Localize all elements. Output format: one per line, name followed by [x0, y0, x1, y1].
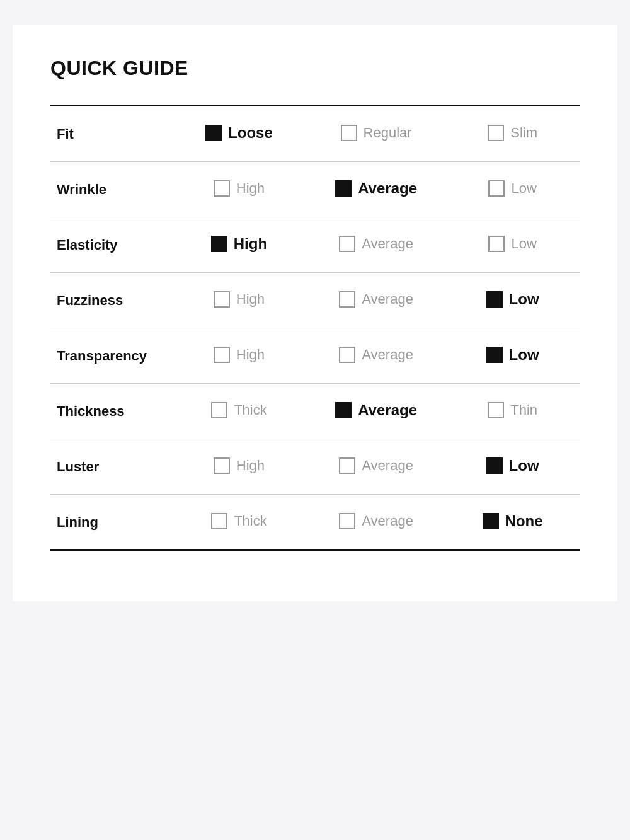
checkbox-unchecked[interactable] — [339, 347, 355, 363]
option-label: Slim — [510, 125, 537, 141]
checkbox-unchecked[interactable] — [488, 236, 505, 252]
option-thickness-thin[interactable]: Thin — [445, 384, 580, 439]
option-label: Average — [362, 347, 413, 363]
option-label: Thick — [234, 513, 267, 529]
option-label: Thick — [234, 402, 267, 418]
option-elasticity-average[interactable]: Average — [307, 217, 445, 273]
option-label: High — [236, 457, 265, 474]
option-fuzziness-average[interactable]: Average — [307, 273, 445, 328]
option-luster-low[interactable]: Low — [445, 439, 580, 495]
option-label: Low — [509, 457, 539, 475]
option-fit-loose[interactable]: Loose — [171, 106, 307, 162]
option-lining-thick[interactable]: Thick — [171, 495, 307, 551]
checkbox-unchecked[interactable] — [214, 180, 230, 197]
checkbox-checked[interactable] — [486, 291, 503, 308]
label-wrinkle: Wrinkle — [50, 162, 171, 217]
option-lining-none[interactable]: None — [445, 495, 580, 551]
table-row: WrinkleHighAverageLow — [50, 162, 580, 217]
option-thickness-thick[interactable]: Thick — [171, 384, 307, 439]
checkbox-checked[interactable] — [335, 402, 352, 418]
label-elasticity: Elasticity — [50, 217, 171, 273]
checkbox-unchecked[interactable] — [339, 457, 355, 474]
option-label: Thin — [510, 402, 537, 418]
checkbox-checked[interactable] — [486, 457, 503, 474]
page-title: QUICK GUIDE — [50, 57, 580, 80]
option-wrinkle-average[interactable]: Average — [307, 162, 445, 217]
label-fit: Fit — [50, 106, 171, 162]
option-transparency-average[interactable]: Average — [307, 328, 445, 384]
label-lining: Lining — [50, 495, 171, 551]
checkbox-unchecked[interactable] — [488, 125, 504, 141]
checkbox-unchecked[interactable] — [488, 180, 505, 197]
option-label: Average — [362, 236, 413, 252]
checkbox-unchecked[interactable] — [339, 236, 355, 252]
option-label: Average — [362, 513, 413, 529]
option-lining-average[interactable]: Average — [307, 495, 445, 551]
checkbox-unchecked[interactable] — [211, 513, 227, 529]
checkbox-unchecked[interactable] — [214, 457, 230, 474]
option-thickness-average[interactable]: Average — [307, 384, 445, 439]
option-label: High — [234, 235, 267, 253]
table-row: LiningThickAverageNone — [50, 495, 580, 551]
option-label: Low — [509, 291, 539, 308]
checkbox-unchecked[interactable] — [211, 402, 227, 418]
option-label: Average — [358, 401, 417, 419]
checkbox-checked[interactable] — [205, 125, 222, 141]
option-label: None — [505, 512, 543, 530]
option-luster-high[interactable]: High — [171, 439, 307, 495]
checkbox-unchecked[interactable] — [341, 125, 357, 141]
option-label: High — [236, 180, 265, 197]
checkbox-checked[interactable] — [486, 347, 503, 363]
label-fuzziness: Fuzziness — [50, 273, 171, 328]
table-row: FuzzinessHighAverageLow — [50, 273, 580, 328]
option-label: Average — [358, 180, 417, 197]
table-row: ElasticityHighAverageLow — [50, 217, 580, 273]
checkbox-unchecked[interactable] — [214, 347, 230, 363]
option-fuzziness-low[interactable]: Low — [445, 273, 580, 328]
option-label: Regular — [364, 125, 412, 141]
checkbox-unchecked[interactable] — [488, 402, 504, 418]
label-thickness: Thickness — [50, 384, 171, 439]
option-wrinkle-high[interactable]: High — [171, 162, 307, 217]
option-fit-slim[interactable]: Slim — [445, 106, 580, 162]
table-row: LusterHighAverageLow — [50, 439, 580, 495]
option-label: Low — [511, 236, 536, 252]
option-label: Low — [509, 346, 539, 364]
option-fit-regular[interactable]: Regular — [307, 106, 445, 162]
table-row: FitLooseRegularSlim — [50, 106, 580, 162]
option-wrinkle-low[interactable]: Low — [445, 162, 580, 217]
option-transparency-high[interactable]: High — [171, 328, 307, 384]
quick-guide-card: QUICK GUIDE FitLooseRegularSlimWrinkleHi… — [13, 25, 617, 601]
checkbox-checked[interactable] — [211, 236, 227, 252]
option-label: High — [236, 347, 265, 363]
option-fuzziness-high[interactable]: High — [171, 273, 307, 328]
option-elasticity-low[interactable]: Low — [445, 217, 580, 273]
option-elasticity-high[interactable]: High — [171, 217, 307, 273]
table-row: TransparencyHighAverageLow — [50, 328, 580, 384]
checkbox-unchecked[interactable] — [214, 291, 230, 308]
option-label: Loose — [228, 124, 273, 142]
checkbox-checked[interactable] — [483, 513, 499, 529]
checkbox-unchecked[interactable] — [339, 291, 355, 308]
table-row: ThicknessThickAverageThin — [50, 384, 580, 439]
option-transparency-low[interactable]: Low — [445, 328, 580, 384]
option-luster-average[interactable]: Average — [307, 439, 445, 495]
label-luster: Luster — [50, 439, 171, 495]
option-label: Low — [511, 180, 536, 197]
checkbox-checked[interactable] — [335, 180, 352, 197]
label-transparency: Transparency — [50, 328, 171, 384]
option-label: Average — [362, 291, 413, 308]
option-label: High — [236, 291, 265, 308]
guide-table: FitLooseRegularSlimWrinkleHighAverageLow… — [50, 106, 580, 551]
checkbox-unchecked[interactable] — [339, 513, 355, 529]
option-label: Average — [362, 457, 413, 474]
